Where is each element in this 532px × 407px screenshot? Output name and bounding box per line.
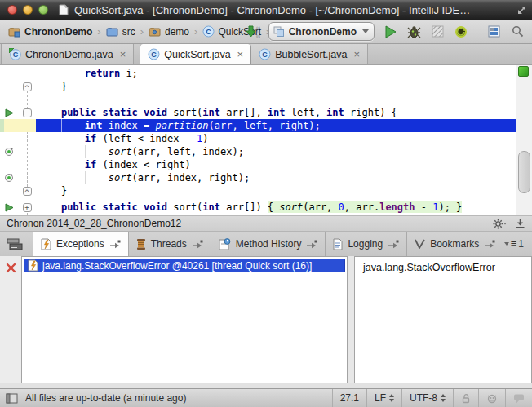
fold-end-icon[interactable]: ^ bbox=[23, 82, 32, 91]
encoding-widget[interactable]: UTF-8 bbox=[401, 389, 453, 407]
pin-arrow-icon[interactable] bbox=[192, 240, 203, 249]
close-tab-icon[interactable]: × bbox=[237, 51, 244, 59]
chronon-tab-label: Threads bbox=[151, 238, 187, 250]
editor-scrollbar-thumb[interactable] bbox=[518, 151, 530, 193]
code-token: (arr, left, index); bbox=[132, 146, 244, 157]
toolbar-actions: 011001 ChrononDemo bbox=[245, 22, 525, 41]
code-text[interactable]: } bbox=[36, 184, 516, 197]
code-line[interactable]: if (index < right) bbox=[0, 158, 516, 171]
fullscreen-icon[interactable] bbox=[516, 5, 527, 15]
chronon-run-button[interactable] bbox=[453, 24, 469, 40]
recursive-call-marker[interactable] bbox=[0, 145, 18, 158]
code-line[interactable]: sort(arr, left, index); bbox=[0, 145, 516, 158]
code-token bbox=[38, 133, 85, 144]
method-history-icon bbox=[219, 238, 231, 250]
code-text[interactable]: } bbox=[36, 80, 516, 93]
code-line[interactable]: int index = partition(arr, left, right); bbox=[0, 119, 516, 132]
chronon-tab-method-history[interactable]: Method History bbox=[211, 232, 326, 256]
code-text[interactable]: return i; bbox=[36, 67, 516, 80]
close-tab-icon[interactable]: × bbox=[120, 51, 126, 59]
pin-arrow-icon[interactable] bbox=[484, 240, 495, 249]
breadcrumb-item-chronondemo[interactable]: ChrononDemo bbox=[7, 25, 94, 38]
code-line[interactable]: ^ } bbox=[0, 184, 516, 197]
editor-tab-bubblesort-java[interactable]: CBubbleSort.java× bbox=[251, 44, 368, 64]
close-window-button[interactable] bbox=[7, 5, 17, 15]
status-message: All files are up-to-date (a minute ago) bbox=[25, 392, 332, 404]
ide-window: QuickSort.java - [ChrononDemo] - Chronon… bbox=[0, 0, 532, 407]
fold-plus-icon[interactable]: + bbox=[23, 203, 32, 212]
chronon-tab-bookmarks[interactable]: Bookmarks bbox=[407, 232, 503, 256]
minimize-window-button[interactable] bbox=[23, 5, 33, 15]
code-line[interactable] bbox=[0, 93, 516, 106]
chronon-tab-logging[interactable]: Logging bbox=[326, 232, 407, 256]
fold-marker[interactable]: + bbox=[18, 201, 36, 214]
inspection-profile-widget[interactable] bbox=[478, 389, 505, 407]
code-text[interactable]: sort(arr, index, right); bbox=[36, 171, 516, 184]
notifications-widget[interactable] bbox=[505, 389, 532, 407]
record-button[interactable]: 011001 bbox=[245, 24, 261, 40]
code-line[interactable]: ^ } bbox=[0, 80, 516, 93]
run-configuration-select[interactable]: ChrononDemo bbox=[268, 22, 375, 41]
code-token bbox=[38, 159, 85, 170]
code-line[interactable]: if (left < index - 1) bbox=[0, 132, 516, 145]
hide-panel-icon[interactable] bbox=[515, 219, 525, 229]
run-config-icon bbox=[273, 26, 285, 38]
caret-position-widget[interactable]: 27:1 bbox=[332, 389, 366, 407]
editor-tab-quicksort-java[interactable]: CQuickSort.java× bbox=[140, 44, 251, 64]
code-line[interactable]: sort(arr, index, right); bbox=[0, 171, 516, 184]
run-line-marker[interactable] bbox=[0, 201, 18, 214]
view-grid-button[interactable] bbox=[485, 24, 502, 40]
code-line[interactable]: return i; bbox=[0, 67, 516, 80]
fold-open-icon[interactable]: − bbox=[23, 108, 32, 117]
line-separator-widget[interactable]: LF bbox=[366, 389, 401, 407]
code-text[interactable]: if (index < right) bbox=[36, 158, 516, 171]
run-line-marker[interactable] bbox=[0, 106, 18, 119]
breadcrumb-item-src[interactable]: src bbox=[104, 25, 137, 38]
toolwindow-toggle-icon[interactable] bbox=[6, 393, 18, 404]
pin-arrow-icon[interactable] bbox=[388, 240, 399, 249]
code-editor[interactable]: return i;^ }− public static void sort(in… bbox=[0, 65, 532, 215]
lock-widget[interactable] bbox=[453, 389, 478, 407]
coverage-button[interactable] bbox=[429, 24, 446, 40]
code-line[interactable]: − public static void sort(int arr[], int… bbox=[0, 106, 516, 119]
code-token: arr[]) bbox=[220, 201, 268, 213]
code-token: public bbox=[61, 201, 96, 213]
code-text[interactable]: if (left < index - 1) bbox=[36, 132, 516, 145]
pin-arrow-icon[interactable] bbox=[109, 240, 121, 249]
editor-tab-chronondemo-java[interactable]: CChrononDemo.java× bbox=[1, 44, 134, 64]
code-text[interactable]: public static void sort(int arr[], int l… bbox=[36, 106, 516, 119]
gear-icon[interactable] bbox=[493, 219, 507, 229]
editor-tab-label: BubbleSort.java bbox=[275, 49, 347, 60]
chronon-tab-exceptions[interactable]: Exceptions bbox=[33, 232, 129, 256]
close-tab-icon[interactable]: × bbox=[353, 51, 360, 59]
chronon-tab-threads[interactable]: Threads bbox=[129, 232, 211, 256]
code-area[interactable]: return i;^ }− public static void sort(in… bbox=[0, 67, 516, 215]
run-button[interactable] bbox=[382, 24, 398, 40]
zoom-window-button[interactable] bbox=[38, 5, 48, 15]
code-text[interactable] bbox=[36, 93, 516, 106]
code-text[interactable]: int index = partition(arr, left, right); bbox=[36, 119, 516, 132]
inspection-status-indicator[interactable] bbox=[518, 66, 529, 77]
pin-arrow-icon[interactable] bbox=[306, 240, 317, 249]
fold-marker[interactable]: ^ bbox=[18, 80, 36, 93]
exceptions-list[interactable]: java.lang.StackOverflowError @40261 [thr… bbox=[21, 256, 348, 383]
close-icon[interactable] bbox=[6, 263, 16, 273]
chronon-title: Chronon 2014_02_28_ChrononDemo12 bbox=[7, 218, 181, 229]
tab-overflow-control[interactable]: ≡ 1 bbox=[504, 232, 532, 256]
fold-marker[interactable]: − bbox=[18, 106, 36, 119]
fold-marker[interactable]: ^ bbox=[18, 184, 36, 197]
code-line[interactable]: + public static void sort(int arr[]) { s… bbox=[0, 201, 516, 214]
code-text[interactable]: sort(arr, left, index); bbox=[36, 145, 516, 158]
code-token: partition bbox=[156, 120, 209, 131]
recordings-icon[interactable] bbox=[7, 238, 23, 250]
exception-label: java.lang.StackOverflowError @40261 [thr… bbox=[42, 260, 312, 272]
search-button[interactable] bbox=[509, 24, 525, 40]
exception-detail-pane: java.lang.StackOverflowError bbox=[354, 256, 532, 383]
exception-list-item[interactable]: java.lang.StackOverflowError @40261 [thr… bbox=[24, 259, 345, 272]
fold-end-icon[interactable]: ^ bbox=[23, 187, 32, 196]
recursive-call-marker[interactable] bbox=[0, 171, 18, 184]
breadcrumb-item-demo[interactable]: demo bbox=[147, 25, 191, 38]
splitter-handle[interactable] bbox=[348, 256, 354, 383]
code-text[interactable]: public static void sort(int arr[]) { sor… bbox=[36, 201, 516, 214]
debug-button[interactable] bbox=[406, 24, 422, 40]
